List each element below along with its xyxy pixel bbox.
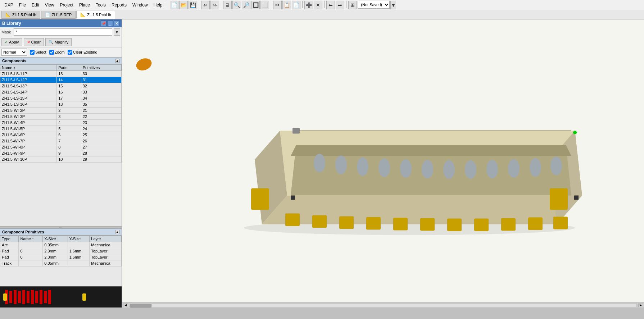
component-row[interactable]: ZH1.5-WI-10P 10 29	[0, 156, 122, 163]
scroll-right-btn[interactable]: ▶	[638, 304, 643, 307]
panel-minimize-button[interactable]: _	[107, 20, 113, 26]
toolbar-prev[interactable]: ⬅	[326, 1, 335, 9]
pin-4	[378, 158, 390, 177]
toolbar-zoom-in[interactable]: 🔍	[232, 1, 241, 9]
toolbar-zoom-out[interactable]: 🔎	[242, 1, 250, 9]
tab-rep[interactable]: 📄 ZH1.5.REP	[41, 11, 76, 19]
comp-name: ZH1.5-WI-10P	[0, 156, 57, 163]
toolbar-redo[interactable]: ↪	[210, 1, 219, 9]
wave-slider-right[interactable]	[82, 293, 86, 301]
smd-pad-9	[501, 218, 516, 231]
clear-existing-checkbox[interactable]	[68, 50, 72, 55]
col-primitives[interactable]: Primitives	[81, 65, 121, 71]
pin-11	[530, 158, 541, 177]
menu-dxp[interactable]: DXP	[1, 1, 16, 9]
tab-pcblib-2[interactable]: 📐 ZH1.5.PcbLib	[76, 11, 115, 19]
primitives-table-container[interactable]: Type Name ↑ X-Size Y-Size Layer Arc 0.05…	[0, 236, 122, 286]
saved-state-dropdown[interactable]: (Not Saved)	[358, 1, 390, 9]
menu-separator-1	[166, 2, 166, 8]
tab-bar: 📐 ZH1.5.PcbLib 📄 ZH1.5.REP 📐 ZH1.5.PcbLi…	[0, 10, 644, 19]
panel-close-button[interactable]: ✕	[114, 20, 119, 26]
primitive-row[interactable]: Pad 0 2.3mm 1.6mm TopLayer	[0, 254, 122, 260]
toolbar-grid[interactable]: ⊞	[348, 1, 357, 9]
primitives-section-scroll-up[interactable]: ▲	[115, 230, 119, 234]
toolbar-open[interactable]: 📂	[179, 1, 188, 9]
component-row[interactable]: ZH1.5-WI-9P 9 28	[0, 150, 122, 156]
menu-window[interactable]: Window	[130, 1, 151, 9]
components-section-scroll-up[interactable]: ▲	[115, 59, 119, 63]
mode-select[interactable]: Normal Simple Advanced	[1, 49, 27, 56]
toolbar-area[interactable]: ⬜	[260, 1, 269, 9]
col-prim-name[interactable]: Name ↑	[19, 236, 43, 242]
tab-pcblib-1[interactable]: 📐 ZH1.5.PcbLib	[1, 11, 40, 19]
primitive-row[interactable]: Arc 0.05mm Mechanica	[0, 242, 122, 248]
component-row[interactable]: ZH1.5-LS-15P 17 34	[0, 95, 122, 101]
toolbar-delete[interactable]: ✕	[314, 1, 322, 9]
zoom-checkbox[interactable]	[49, 50, 54, 55]
component-row[interactable]: ZH1.5-WI-3P 3 22	[0, 114, 122, 120]
component-row[interactable]: ZH1.5-WI-2P 2 21	[0, 108, 122, 114]
toolbar-view[interactable]: 🖥	[223, 1, 232, 9]
component-row[interactable]: ZH1.5-WI-5P 5 24	[0, 126, 122, 132]
col-layer[interactable]: Layer	[90, 236, 122, 242]
menu-edit[interactable]: Edit	[29, 1, 42, 9]
clear-button[interactable]: ✕ Clear	[24, 38, 44, 46]
menu-file[interactable]: File	[16, 1, 29, 9]
col-type[interactable]: Type	[0, 236, 19, 242]
menu-place[interactable]: Place	[76, 1, 93, 9]
toolbar-paste[interactable]: 📄	[292, 1, 300, 9]
scroll-thumb[interactable]	[130, 304, 151, 307]
col-name[interactable]: Name ↑	[0, 65, 57, 71]
select-checkbox[interactable]	[30, 50, 35, 55]
menu-reports[interactable]: Reports	[109, 1, 130, 9]
toolbar-cut[interactable]: ✂	[273, 1, 282, 9]
component-row[interactable]: ZH1.5-WI-6P 6 25	[0, 132, 122, 138]
wave-slider-left[interactable]	[3, 293, 7, 301]
toolbar-dropdown-arrow[interactable]: ▼	[390, 1, 396, 9]
toolbar-fit[interactable]: 🔲	[251, 1, 260, 9]
component-row[interactable]: ZH1.5-LS-16P 18 35	[0, 101, 122, 108]
toolbar-next[interactable]: ➡	[336, 1, 344, 9]
col-pads[interactable]: Pads	[57, 65, 81, 71]
primitive-row[interactable]: Track 0.05mm Mechanica	[0, 260, 122, 266]
scroll-track[interactable]	[130, 304, 637, 307]
magnify-button[interactable]: 🔍 Magnify	[45, 38, 72, 46]
component-row[interactable]: ZH1.5-WI-8P 8 27	[0, 144, 122, 150]
menu-view[interactable]: View	[42, 1, 57, 9]
menu-help[interactable]: Help	[151, 1, 165, 9]
component-row[interactable]: ZH1.5-LS-12P 14 31	[0, 77, 122, 83]
component-row[interactable]: ZH1.5-LS-14P 16 33	[0, 89, 122, 95]
col-ysize[interactable]: Y-Size	[68, 236, 90, 242]
check-icon: ✓	[5, 40, 8, 45]
scroll-left-btn[interactable]: ◀	[123, 304, 128, 307]
component-row[interactable]: ZH1.5-WI-7P 7 26	[0, 138, 122, 144]
toolbar-add[interactable]: ➕	[304, 1, 313, 9]
panel-pin-button[interactable]: 📌	[101, 20, 106, 26]
apply-button[interactable]: ✓ Apply	[1, 38, 22, 46]
toolbar-undo[interactable]: ↩	[201, 1, 210, 9]
right-scrollbar[interactable]: ◀ ▶	[122, 302, 644, 307]
comp-pads: 5	[57, 126, 81, 132]
tb-sep-6	[346, 1, 346, 8]
primitive-row[interactable]: Pad 0 2.3mm 1.6mm TopLayer	[0, 248, 122, 254]
right-panel[interactable]: ◀ ▶	[122, 19, 644, 307]
component-row[interactable]: ZH1.5-LS-13P 15 32	[0, 83, 122, 89]
wave-bar-2	[9, 291, 12, 303]
mask-input[interactable]	[14, 28, 112, 36]
toolbar-new[interactable]: 📄	[170, 1, 178, 9]
menu-project[interactable]: Project	[57, 1, 76, 9]
toolbar-copy[interactable]: 📋	[282, 1, 291, 9]
component-row[interactable]: ZH1.5-WI-4P 4 23	[0, 120, 122, 126]
prim-type: Track	[0, 260, 19, 266]
pin-1	[314, 154, 325, 172]
mask-dropdown-button[interactable]: ▼	[114, 28, 120, 36]
col-xsize[interactable]: X-Size	[43, 236, 68, 242]
toolbar-save[interactable]: 💾	[189, 1, 197, 9]
components-table-container[interactable]: Name ↑ Pads Primitives ZH1.5-LS-11P 13 3…	[0, 64, 122, 226]
pin-9	[486, 160, 498, 178]
corner-marker-2	[574, 195, 579, 200]
orange-arrow-shape	[135, 57, 153, 73]
component-row[interactable]: ZH1.5-LS-11P 13 30	[0, 71, 122, 77]
comp-pads: 6	[57, 132, 81, 138]
menu-tools[interactable]: Tools	[93, 1, 109, 9]
